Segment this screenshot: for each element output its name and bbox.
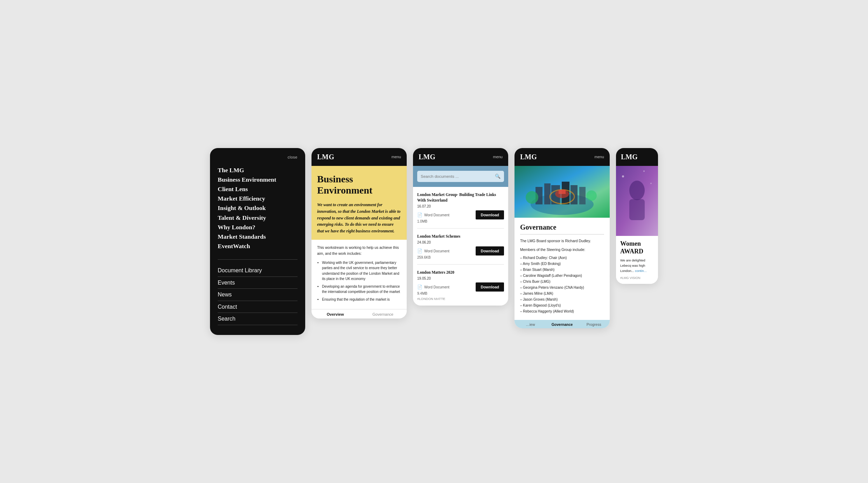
svg-point-16 xyxy=(622,175,624,177)
screen-business-environment: LMG menu Business Environment We want to… xyxy=(312,148,407,318)
docs-header: LMG menu xyxy=(413,148,508,166)
business-menu-button[interactable]: menu xyxy=(391,155,401,159)
download-button-2[interactable]: Download xyxy=(476,246,504,255)
business-tab-bar: Overview Governance xyxy=(312,309,407,318)
member-8: – Karen Bigwood (Lloyd's) xyxy=(520,302,604,308)
governance-divider xyxy=(520,234,604,234)
governance-header: LMG menu xyxy=(514,148,610,166)
download-button-1[interactable]: Download xyxy=(476,210,504,219)
member-1: – Amy Smith (ED Broking) xyxy=(520,261,604,267)
svg-point-14 xyxy=(629,181,645,200)
business-bullet-2: Developing an agenda for government to e… xyxy=(322,284,401,295)
business-bullet-3: Ensuring that the regulation of the mark… xyxy=(322,297,401,302)
doc-date-2: 24.06.20 xyxy=(417,240,504,244)
close-button[interactable]: close xyxy=(218,155,298,159)
governance-sponsor: The LMG Board sponsor is Richard Dudley. xyxy=(520,238,604,244)
svg-rect-3 xyxy=(544,183,551,204)
business-intro: We want to create an environment for inn… xyxy=(317,202,401,234)
doc-file-icon-2: 📄 xyxy=(417,248,422,253)
governance-logo: LMG xyxy=(520,153,537,161)
member-7: – Jason Groves (Marsh) xyxy=(520,296,604,302)
governance-tab-bar: …iew Governance Progress xyxy=(514,320,610,328)
member-6: – James Milne (LMA) xyxy=(520,290,604,296)
doc-type-label-2: Word Document xyxy=(424,249,449,253)
tab-overview[interactable]: Overview xyxy=(312,312,359,316)
doc-file-icon-1: 📄 xyxy=(417,212,422,217)
nav-item-market-standards[interactable]: Market Standards xyxy=(218,232,298,241)
doc-item-1: London Market Group- Building Trade Link… xyxy=(417,187,504,229)
nav-main-list: The LMG Business Environment Client Lens… xyxy=(218,166,298,251)
news-header: LMG xyxy=(616,148,658,166)
doc-date-3: 19.05.20 xyxy=(417,276,504,280)
governance-content: Governance The LMG Board sponsor is Rich… xyxy=(514,218,610,320)
docs-menu-button[interactable]: menu xyxy=(493,155,503,159)
nav-item-market-efficiency[interactable]: Market Efficiency xyxy=(218,194,298,203)
doc-title-2: London Market Schemes xyxy=(417,233,504,239)
tab-governance-business[interactable]: Governance xyxy=(359,312,407,316)
doc-meta-1: 📄 Word Document Download xyxy=(417,210,504,219)
nav-item-talent-diversity[interactable]: Talent & Diversity xyxy=(218,213,298,223)
svg-point-18 xyxy=(650,183,652,184)
governance-steering-label: Members of the Steering Group include: xyxy=(520,247,604,253)
doc-meta-3: 📄 Word Document Download xyxy=(417,282,504,292)
business-body-intro: This workstream is working to help us ac… xyxy=(317,245,401,257)
nav-item-document-library[interactable]: Document Library xyxy=(218,265,298,277)
nav-item-eventwatch[interactable]: EventWatch xyxy=(218,241,298,251)
doc-type-2: 📄 Word Document xyxy=(417,248,449,253)
doc-item-3: London Matters 2020 19.05.20 📄 Word Docu… xyxy=(417,265,504,306)
download-button-3[interactable]: Download xyxy=(476,282,504,292)
screen-governance: LMG menu xyxy=(514,148,610,328)
svg-rect-15 xyxy=(629,199,645,220)
docs-logo: LMG xyxy=(419,153,435,161)
nav-item-insight-outlook[interactable]: Insight & Outlook xyxy=(218,203,298,213)
nav-item-news[interactable]: News xyxy=(218,289,298,301)
governance-menu-button[interactable]: menu xyxy=(594,155,604,159)
nav-item-search[interactable]: Search xyxy=(218,313,298,325)
business-bullet-1: Working with the UK government, parliame… xyxy=(322,260,401,282)
news-body: We are delighted Lebecq was high London.… xyxy=(620,258,654,273)
doc-type-label-3: Word Document xyxy=(424,285,449,289)
member-4: – Chris Buer (LMG) xyxy=(520,279,604,285)
tab-governance-active[interactable]: Governance xyxy=(546,322,578,327)
docs-list: London Market Group- Building Trade Link… xyxy=(413,187,508,306)
news-continue: contin... xyxy=(635,269,646,273)
governance-member-list: – Richard Dudley: Chair (Aon) – Amy Smit… xyxy=(520,255,604,314)
search-input[interactable] xyxy=(421,174,492,178)
doc-size-2: 259.6KB xyxy=(417,255,504,259)
member-5: – Georgina Peters-Venzano (CNA Hardy) xyxy=(520,285,604,290)
member-0: – Richard Dudley: Chair (Aon) xyxy=(520,255,604,261)
search-input-wrap[interactable]: 🔍 xyxy=(417,171,504,182)
doc-title-3: London Matters 2020 xyxy=(417,270,504,275)
nav-divider xyxy=(218,259,298,260)
governance-title: Governance xyxy=(520,223,604,231)
svg-point-8 xyxy=(526,191,538,204)
search-icon: 🔍 xyxy=(495,174,500,179)
member-2: – Brian Stuart (Marsh) xyxy=(520,267,604,273)
nav-item-why-london[interactable]: Why London? xyxy=(218,223,298,232)
doc-file-icon-3: 📄 xyxy=(417,285,422,289)
news-tag: #LMG VISION xyxy=(620,276,654,280)
docs-search-bar: 🔍 xyxy=(413,166,508,187)
nav-item-business-env[interactable]: Business Environment xyxy=(218,175,298,184)
nav-item-events[interactable]: Events xyxy=(218,277,298,289)
nav-item-client-lens[interactable]: Client Lens xyxy=(218,184,298,194)
doc-size-1: 1.0MB xyxy=(417,219,504,223)
nav-item-the-lmg[interactable]: The LMG xyxy=(218,166,298,175)
screens-container: close The LMG Business Environment Clien… xyxy=(210,148,658,335)
member-3: – Caroline Wagstaff (Luther Pendragon) xyxy=(520,273,604,279)
news-title: Women AWARD xyxy=(620,240,654,255)
doc-size-3: 9.4MB xyxy=(417,292,504,295)
nav-item-contact[interactable]: Contact xyxy=(218,301,298,313)
nav-secondary-list: Document Library Events News Contact Sea… xyxy=(218,265,298,325)
business-hero: Business Environment We want to create a… xyxy=(312,166,407,240)
tab-progress-gov[interactable]: Progress xyxy=(578,322,610,327)
screen-document-library: LMG menu 🔍 London Market Group- Building… xyxy=(413,148,508,306)
doc-date-1: 16.07.20 xyxy=(417,204,504,208)
doc-title-1: London Market Group- Building Trade Link… xyxy=(417,192,504,203)
governance-hero-image xyxy=(514,166,610,218)
tab-overview-gov[interactable]: …iew xyxy=(514,322,546,327)
doc-type-3: 📄 Word Document xyxy=(417,285,449,289)
news-hero-image xyxy=(616,166,658,236)
doc-tag-3: #LONDON MATTE xyxy=(417,297,504,301)
business-title: Business Environment xyxy=(317,174,401,196)
